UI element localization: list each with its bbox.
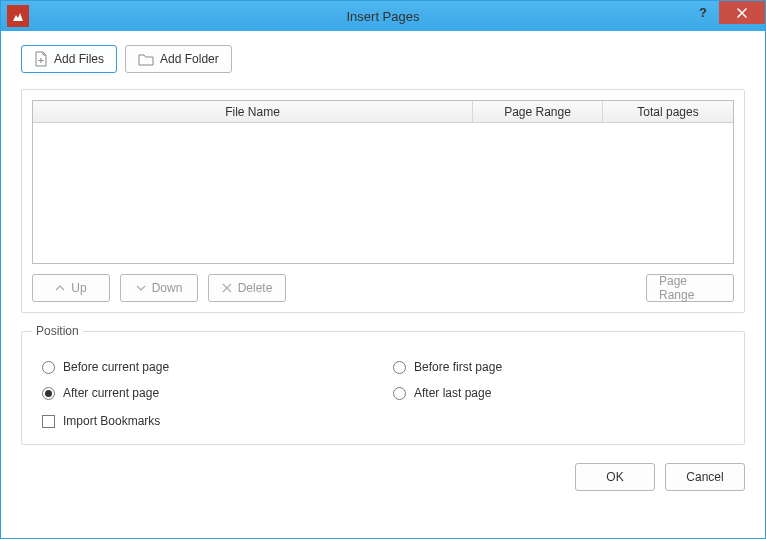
position-legend: Position <box>32 324 83 338</box>
radio-label: After last page <box>414 386 491 400</box>
cancel-button[interactable]: Cancel <box>665 463 745 491</box>
cancel-label: Cancel <box>686 470 723 484</box>
chevron-up-icon <box>55 284 65 292</box>
ok-label: OK <box>606 470 623 484</box>
window-title: Insert Pages <box>1 9 765 24</box>
radio-before-current[interactable]: Before current page <box>42 360 373 374</box>
page-range-label: Page Range <box>659 274 721 302</box>
table-header: File Name Page Range Total pages <box>33 101 733 123</box>
checkbox-icon <box>42 415 55 428</box>
titlebar: Insert Pages ? <box>1 1 765 31</box>
position-group: Position Before current page Before firs… <box>21 331 745 445</box>
file-plus-icon <box>34 51 48 67</box>
file-actions-row: Up Down Delete Page Range <box>32 274 734 302</box>
radio-after-current[interactable]: After current page <box>42 386 373 400</box>
folder-plus-icon <box>138 52 154 66</box>
dialog-footer: OK Cancel <box>21 463 745 491</box>
position-radio-grid: Before current page Before first page Af… <box>42 360 724 400</box>
chevron-down-icon <box>136 284 146 292</box>
import-bookmarks-label: Import Bookmarks <box>63 414 160 428</box>
close-button[interactable] <box>719 1 765 24</box>
column-page-range[interactable]: Page Range <box>473 101 603 122</box>
import-bookmarks-checkbox[interactable]: Import Bookmarks <box>42 414 724 428</box>
files-group: File Name Page Range Total pages Up Down <box>21 89 745 313</box>
ok-button[interactable]: OK <box>575 463 655 491</box>
radio-icon <box>42 387 55 400</box>
table-body[interactable] <box>33 123 733 263</box>
radio-icon <box>393 387 406 400</box>
delete-button[interactable]: Delete <box>208 274 286 302</box>
app-icon <box>7 5 29 27</box>
add-toolbar: Add Files Add Folder <box>21 45 745 73</box>
move-up-label: Up <box>71 281 86 295</box>
add-folder-button[interactable]: Add Folder <box>125 45 232 73</box>
radio-after-last[interactable]: After last page <box>393 386 724 400</box>
radio-icon <box>42 361 55 374</box>
column-file-name[interactable]: File Name <box>33 101 473 122</box>
radio-label: Before current page <box>63 360 169 374</box>
move-up-button[interactable]: Up <box>32 274 110 302</box>
add-files-label: Add Files <box>54 52 104 66</box>
radio-icon <box>393 361 406 374</box>
radio-before-first[interactable]: Before first page <box>393 360 724 374</box>
files-table: File Name Page Range Total pages <box>32 100 734 264</box>
radio-label: After current page <box>63 386 159 400</box>
add-folder-label: Add Folder <box>160 52 219 66</box>
help-button[interactable]: ? <box>687 1 719 24</box>
radio-label: Before first page <box>414 360 502 374</box>
add-files-button[interactable]: Add Files <box>21 45 117 73</box>
x-icon <box>222 283 232 293</box>
move-down-label: Down <box>152 281 183 295</box>
page-range-button[interactable]: Page Range <box>646 274 734 302</box>
column-total-pages[interactable]: Total pages <box>603 101 733 122</box>
move-down-button[interactable]: Down <box>120 274 198 302</box>
delete-label: Delete <box>238 281 273 295</box>
